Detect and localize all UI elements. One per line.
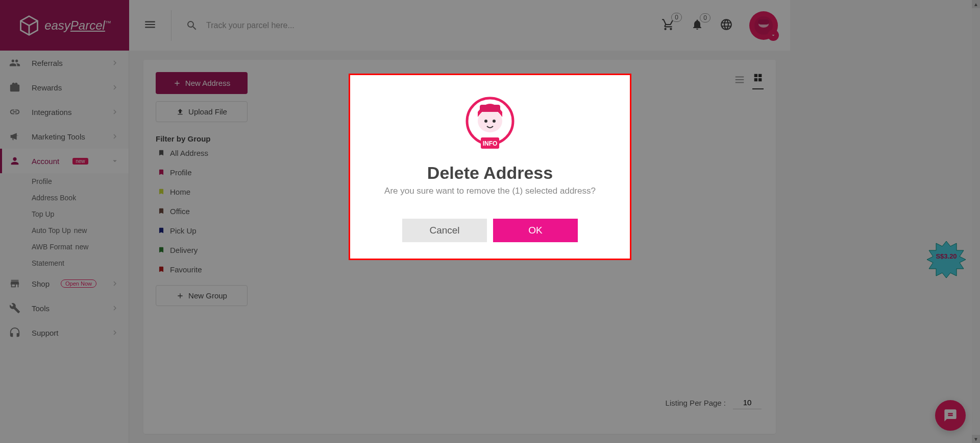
modal-message: Are you sure want to remove the (1) sele… [364,186,616,196]
svg-rect-8 [480,105,500,112]
modal-overlay: INFO Delete Address Are you sure want to… [0,0,790,443]
ok-button[interactable]: OK [493,219,578,242]
svg-text:INFO: INFO [483,140,498,147]
cancel-button[interactable]: Cancel [402,219,487,242]
svg-point-7 [478,110,502,132]
info-mascot-icon: INFO [465,96,514,152]
modal-title: Delete Address [364,163,616,183]
svg-point-10 [493,120,496,123]
modal: INFO Delete Address Are you sure want to… [349,74,631,260]
svg-point-9 [484,120,487,123]
